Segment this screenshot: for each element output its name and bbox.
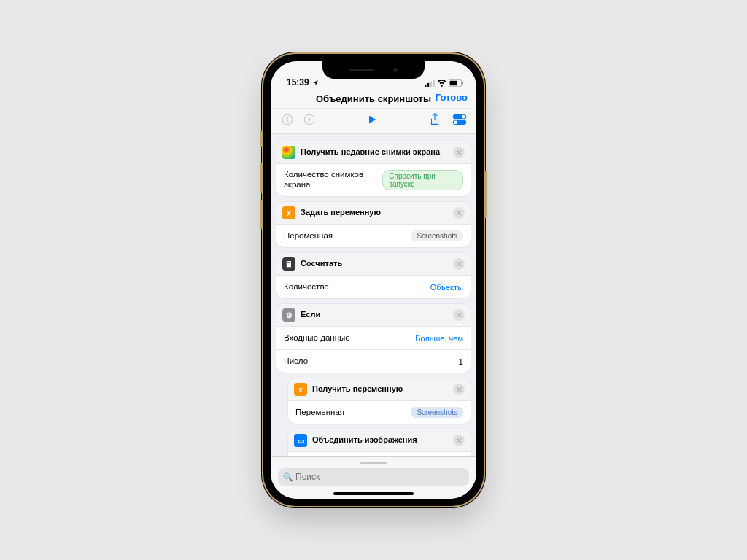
card-row: КоличествоОбъекты xyxy=(276,275,471,298)
row-value[interactable]: 1 xyxy=(459,357,463,366)
action-card[interactable]: Получить недавние снимки экрана✕Количест… xyxy=(276,141,471,196)
volume-up xyxy=(260,163,263,192)
value-pill[interactable]: Спросить при запуске xyxy=(382,170,463,190)
close-icon[interactable]: ✕ xyxy=(453,309,465,321)
workflow-content[interactable]: Получить недавние снимки экрана✕Количест… xyxy=(271,134,476,456)
svg-rect-2 xyxy=(430,81,432,87)
mute-switch xyxy=(260,131,263,147)
svg-point-8 xyxy=(304,114,314,125)
action-card[interactable]: ⚙Если✕Входные данныеБольше, чемЧисло1 xyxy=(276,304,471,373)
undo-button[interactable] xyxy=(279,112,295,128)
battery-icon xyxy=(449,79,463,87)
svg-rect-0 xyxy=(425,85,426,87)
action-title: Объединить изображения xyxy=(312,435,448,445)
svg-point-10 xyxy=(462,115,465,119)
action-icon: x xyxy=(294,383,307,396)
row-label: Количество xyxy=(284,282,329,292)
action-card[interactable]: ▭Объединить изображения✕РежимОдно за дру… xyxy=(288,429,471,456)
action-icon: x xyxy=(282,206,295,219)
card-header: xЗадать переменную✕ xyxy=(276,202,471,224)
svg-rect-1 xyxy=(427,82,429,86)
card-row: Число1 xyxy=(276,349,471,373)
screen: 15:39 Объединить скриншоты Готово xyxy=(271,61,476,499)
home-indicator[interactable] xyxy=(333,492,414,495)
row-label: Входные данные xyxy=(284,333,350,343)
card-header: ⚙Если✕ xyxy=(276,304,471,326)
wifi-icon xyxy=(437,80,446,87)
card-header: 🖩Сосчитать✕ xyxy=(276,253,471,275)
card-header: xПолучить переменную✕ xyxy=(288,378,471,400)
notch xyxy=(322,61,425,79)
settings-toggle-button[interactable] xyxy=(452,112,468,128)
volume-down xyxy=(260,200,263,229)
action-card[interactable]: 🖩Сосчитать✕КоличествоОбъекты xyxy=(276,253,471,298)
row-label: Переменная xyxy=(295,408,344,418)
nav-bar: Объединить скриншоты Готово xyxy=(271,88,476,109)
power-button xyxy=(484,171,487,218)
card-header: Получить недавние снимки экрана✕ xyxy=(276,141,471,163)
row-label: Количество снимков экрана xyxy=(284,170,382,190)
card-row: ПеременнаяScreenshots xyxy=(288,400,471,424)
card-row: Входные данныеБольше, чем xyxy=(276,326,471,349)
share-button[interactable] xyxy=(427,112,443,128)
action-title: Задать переменную xyxy=(301,208,448,217)
action-card[interactable]: xЗадать переменную✕ПеременнаяScreenshots xyxy=(276,202,471,247)
close-icon[interactable]: ✕ xyxy=(453,258,465,270)
card-row: Количество снимков экранаСпросить при за… xyxy=(276,163,471,196)
action-card[interactable]: xПолучить переменную✕ПеременнаяScreensho… xyxy=(288,378,471,424)
cell-signal-icon xyxy=(425,80,435,87)
action-icon: ▭ xyxy=(294,434,307,447)
action-icon: ⚙ xyxy=(282,308,295,322)
row-label: Переменная xyxy=(284,231,333,241)
action-title: Сосчитать xyxy=(301,259,448,268)
row-label: Число xyxy=(284,357,308,367)
redo-button[interactable] xyxy=(301,112,317,128)
card-header: ▭Объединить изображения✕ xyxy=(288,429,471,451)
search-icon: 🔍 xyxy=(283,472,293,482)
action-title: Получить переменную xyxy=(312,384,448,394)
action-title: Если xyxy=(301,310,448,319)
phone-frame: 15:39 Объединить скриншоты Готово xyxy=(263,54,484,506)
row-value[interactable]: Больше, чем xyxy=(415,334,463,343)
svg-point-12 xyxy=(454,121,457,125)
svg-point-7 xyxy=(282,114,293,125)
value-pill[interactable]: Screenshots xyxy=(411,230,463,241)
done-button[interactable]: Готово xyxy=(436,92,468,103)
svg-rect-5 xyxy=(450,81,457,85)
close-icon[interactable]: ✕ xyxy=(453,147,465,158)
card-row: ПеременнаяScreenshots xyxy=(276,224,471,247)
action-icon xyxy=(282,146,295,159)
location-icon xyxy=(312,79,319,86)
close-icon[interactable]: ✕ xyxy=(453,207,465,219)
play-button[interactable] xyxy=(364,112,380,128)
toolbar xyxy=(271,109,476,134)
card-row: РежимОдно за другимСетка xyxy=(288,451,471,456)
search-input[interactable] xyxy=(278,468,469,486)
close-icon[interactable]: ✕ xyxy=(453,435,465,446)
grabber[interactable] xyxy=(360,462,387,464)
status-time: 15:39 xyxy=(287,77,309,88)
value-pill[interactable]: Screenshots xyxy=(411,407,463,418)
page-title: Объединить скриншоты xyxy=(316,93,431,104)
close-icon[interactable]: ✕ xyxy=(453,384,465,395)
svg-rect-3 xyxy=(433,80,435,87)
svg-rect-6 xyxy=(462,82,463,84)
row-value[interactable]: Объекты xyxy=(430,283,463,292)
action-title: Получить недавние снимки экрана xyxy=(301,147,448,157)
action-icon: 🖩 xyxy=(282,257,295,271)
